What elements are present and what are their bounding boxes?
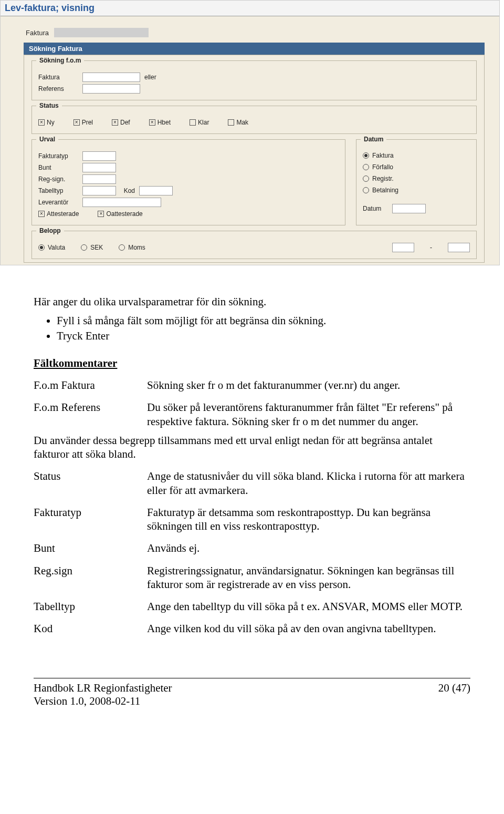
checkbox-status[interactable]: Klar — [190, 119, 209, 126]
window-title: Lev-faktura; visning — [1, 2, 99, 15]
checkbox-status[interactable]: Prel — [74, 119, 93, 126]
checkbox-status[interactable]: Def — [112, 119, 130, 126]
bullet-item: Fyll i så många fält som möjligt för att… — [57, 314, 470, 327]
field-comment: BuntAnvänds ej. — [34, 541, 470, 555]
group-legend: Datum — [361, 136, 386, 143]
radio-icon — [363, 187, 369, 193]
footer-rule — [34, 678, 470, 678]
radio-datum[interactable]: Registr. — [363, 173, 470, 184]
referens-input[interactable] — [82, 84, 140, 94]
checkbox-icon — [38, 119, 45, 126]
field-desc: Sökning sker fr o m det fakturanummer (v… — [147, 378, 470, 392]
checkbox-icon — [112, 119, 118, 126]
dash: - — [430, 244, 432, 251]
radio-belopp[interactable]: SEK — [81, 242, 103, 253]
field-comment: TabelltypAnge den tabelltyp du vill söka… — [34, 600, 470, 613]
faktura-input[interactable] — [82, 73, 140, 82]
field-comment: KodAnge vilken kod du vill söka på av de… — [34, 622, 470, 635]
field-desc: Ange vilken kod du vill söka på av den o… — [147, 622, 470, 635]
checkbox-icon — [74, 119, 80, 126]
field-name: Bunt — [34, 541, 133, 555]
label-leverantor: Leverantör — [38, 199, 78, 206]
group-status: Status NyPrelDefHbetKlarMak — [32, 106, 477, 134]
field-comment: F.o.m ReferensDu söker på leverantörens … — [34, 400, 470, 428]
field-name: F.o.m Faktura — [34, 378, 133, 392]
radio-icon — [363, 164, 369, 170]
regsign-input[interactable] — [82, 174, 116, 184]
radio-belopp[interactable]: Moms — [119, 242, 145, 253]
field-desc: Fakturatyp är detsamma som reskontrapost… — [147, 506, 470, 533]
belopp-from-input[interactable] — [392, 243, 414, 252]
group-legend: Urval — [36, 136, 58, 143]
field-desc: Du söker på leverantörens fakturanummer … — [147, 400, 470, 428]
checkbox-icon — [38, 211, 45, 217]
app-screenshot: Lev-faktura; visning Faktura Sökning Fak… — [0, 0, 500, 265]
window-titlebar: Lev-faktura; visning — [1, 1, 499, 16]
bunt-input[interactable] — [82, 163, 116, 172]
tabelltyp-input[interactable] — [82, 186, 116, 195]
redacted-block — [54, 28, 149, 37]
label-faktura: Faktura — [38, 74, 78, 81]
radio-icon — [119, 244, 125, 251]
bullet-item: Tryck Enter — [57, 329, 470, 343]
field-name: Status — [34, 469, 133, 497]
checkbox-status[interactable]: Hbet — [149, 119, 171, 126]
between-text: Du använder dessa begrepp tillsammans me… — [34, 434, 470, 461]
panel-title: Sökning Faktura — [24, 43, 485, 55]
field-name: F.o.m Referens — [34, 400, 133, 428]
radio-icon — [38, 244, 45, 251]
radio-datum[interactable]: Betalning — [363, 185, 470, 195]
checkbox-icon — [98, 211, 104, 217]
field-name: Reg.sign — [34, 564, 133, 592]
field-comment: F.o.m FakturaSökning sker fr o m det fak… — [34, 378, 470, 392]
fakturatyp-input[interactable] — [82, 151, 116, 161]
kod-input[interactable] — [139, 186, 173, 195]
field-desc: Används ej. — [147, 541, 470, 555]
radio-datum[interactable]: Förfallo — [363, 162, 470, 172]
radio-datum[interactable]: Faktura — [363, 150, 470, 161]
field-name: Tabelltyp — [34, 600, 133, 613]
group-sokning-fom: Sökning f.o.m Faktura eller Referens — [32, 60, 477, 100]
label-fakturatyp: Fakturatyp — [38, 152, 78, 160]
footer-left-1: Handbok LR Regionfastigheter — [34, 682, 172, 695]
top-row: Faktura — [26, 28, 482, 37]
group-legend: Status — [36, 102, 62, 109]
belopp-to-input[interactable] — [448, 243, 470, 252]
checkbox-attesterade[interactable]: Attesterade — [38, 210, 79, 218]
label-tabelltyp: Tabelltyp — [38, 187, 78, 194]
section-heading: Fältkommentarer — [34, 356, 470, 370]
footer-left-2: Version 1.0, 2008-02-11 — [34, 695, 172, 708]
footer-page: 20 (47) — [438, 682, 470, 708]
datum-input[interactable] — [392, 204, 426, 213]
field-comment: FakturatypFakturatyp är detsamma som res… — [34, 506, 470, 533]
checkbox-icon — [149, 119, 155, 126]
group-datum: Datum FakturaFörfalloRegistr.Betalning D… — [356, 139, 477, 225]
checkbox-status[interactable]: Ny — [38, 119, 55, 126]
field-desc: Registreringssignatur, användarsignatur.… — [147, 564, 470, 592]
group-legend: Belopp — [36, 227, 64, 234]
label-bunt: Bunt — [38, 164, 78, 171]
group-legend: Sökning f.o.m — [36, 57, 84, 64]
checkbox-oattesterade[interactable]: Oattesterade — [98, 210, 142, 218]
intro-text: Här anger du olika urvalsparametrar för … — [34, 295, 470, 308]
radio-belopp[interactable]: Valuta — [38, 242, 65, 253]
field-desc: Ange den tabelltyp du vill söka på t ex.… — [147, 600, 470, 613]
field-name: Kod — [34, 622, 133, 635]
radio-icon — [363, 152, 369, 159]
document-body: Här anger du olika urvalsparametrar för … — [0, 280, 504, 654]
checkbox-icon — [190, 119, 196, 126]
checkbox-icon — [228, 119, 234, 126]
label-referens: Referens — [38, 85, 78, 92]
label-regsign: Reg-sign. — [38, 176, 78, 183]
label-datum: Datum — [363, 205, 388, 212]
label-eller: eller — [144, 74, 156, 81]
field-comment: Reg.signRegistreringssignatur, användars… — [34, 564, 470, 592]
leverantor-input[interactable] — [82, 198, 161, 207]
group-urval: Urval Fakturatyp Bunt Reg-sign. Tabellty… — [32, 139, 345, 225]
checkbox-status[interactable]: Mak — [228, 119, 248, 126]
top-label: Faktura — [26, 29, 49, 37]
field-desc: Ange de statusnivåer du vill söka bland.… — [147, 469, 470, 497]
radio-icon — [363, 176, 369, 182]
field-comment: StatusAnge de statusnivåer du vill söka … — [34, 469, 470, 497]
search-panel: Sökning f.o.m Faktura eller Referens Sta… — [24, 55, 485, 263]
